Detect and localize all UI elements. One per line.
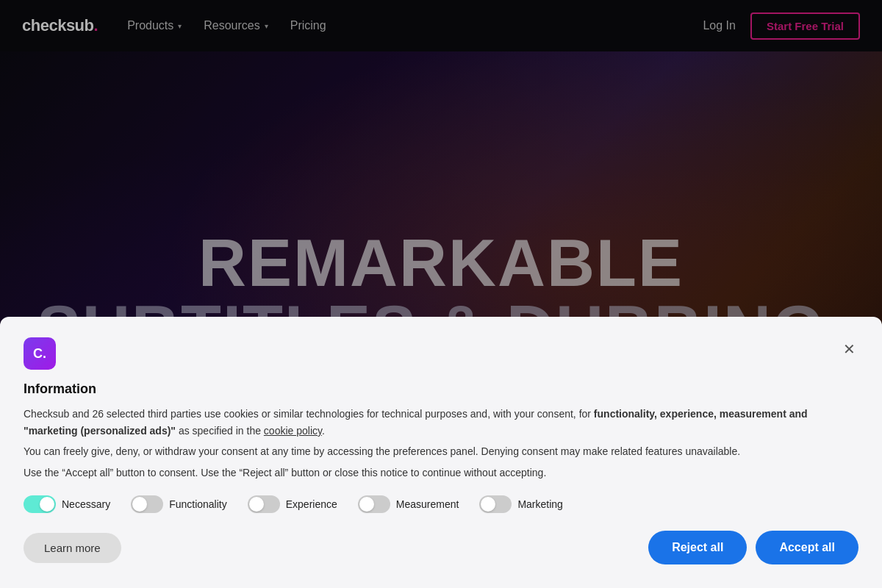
- marketing-label: Marketing: [517, 498, 562, 510]
- info-text-3: Use the “Accept all” button to consent. …: [24, 465, 858, 481]
- close-button[interactable]: ✕: [840, 337, 858, 361]
- toggle-experience: Experience: [248, 495, 337, 513]
- modal-header: C. ✕: [24, 337, 858, 370]
- buttons-row: Learn more Reject all Accept all: [24, 531, 858, 564]
- functionality-label: Functionality: [169, 498, 227, 510]
- cookie-modal: C. ✕ Information Checksub and 26 selecte…: [0, 317, 882, 588]
- brand-icon: C.: [24, 337, 56, 370]
- functionality-toggle[interactable]: [131, 495, 163, 513]
- reject-all-button[interactable]: Reject all: [648, 531, 747, 564]
- experience-label: Experience: [286, 498, 337, 510]
- info-text-2: You can freely give, deny, or withdraw y…: [24, 443, 858, 459]
- marketing-toggle[interactable]: [479, 495, 512, 513]
- action-buttons: Reject all Accept all: [648, 531, 858, 564]
- measurement-toggle[interactable]: [358, 495, 390, 513]
- necessary-toggle[interactable]: [24, 495, 56, 513]
- accept-all-button[interactable]: Accept all: [756, 531, 858, 564]
- toggle-marketing: Marketing: [479, 495, 562, 513]
- toggle-necessary: Necessary: [24, 495, 110, 513]
- necessary-label: Necessary: [62, 498, 110, 510]
- toggle-measurement: Measurement: [358, 495, 459, 513]
- info-text-1: Checksub and 26 selected third parties u…: [24, 406, 858, 439]
- experience-toggle[interactable]: [248, 495, 280, 513]
- toggle-functionality: Functionality: [131, 495, 227, 513]
- info-title: Information: [24, 381, 858, 397]
- toggles-row: Necessary Functionality Experience Measu…: [24, 495, 858, 513]
- cookie-policy-link[interactable]: cookie policy: [264, 425, 322, 437]
- measurement-label: Measurement: [396, 498, 459, 510]
- learn-more-button[interactable]: Learn more: [24, 533, 121, 563]
